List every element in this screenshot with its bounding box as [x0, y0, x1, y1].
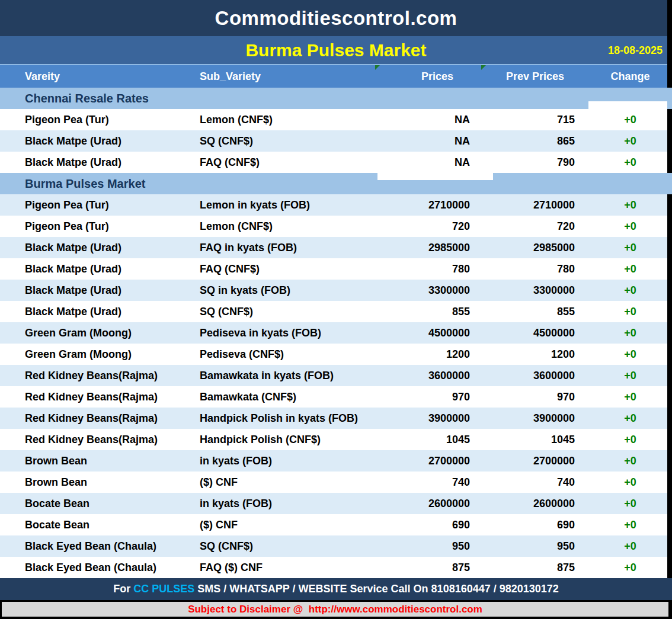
variety-cell: Black Matpe (Urad): [0, 284, 196, 297]
prev-price-cell: 2710000: [481, 199, 588, 211]
price-cell: 690: [376, 519, 481, 531]
variety-cell: Black Matpe (Urad): [0, 263, 196, 275]
subvariety-cell: Lemon in kyats (FOB): [196, 199, 376, 211]
service-text-rest: SMS / WHATSAPP / WEBSITE Service Call On…: [194, 583, 559, 595]
price-cell: 970: [376, 391, 481, 403]
price-cell: 740: [376, 476, 481, 489]
variety-cell: Black Eyed Bean (Chaula): [0, 562, 196, 574]
table-row: Black Eyed Bean (Chaula)FAQ ($) CNF87587…: [0, 557, 672, 578]
variety-cell: Brown Bean: [0, 476, 196, 489]
service-footer: For CC PULSES SMS / WHATSAPP / WEBSITE S…: [0, 578, 672, 600]
prev-price-cell: 780: [481, 263, 588, 275]
prev-price-cell: 715: [481, 114, 588, 126]
change-cell: +0: [588, 540, 672, 553]
subvariety-cell: Lemon (CNF$): [196, 114, 376, 126]
change-cell: +0: [588, 348, 672, 361]
subvariety-cell: SQ (CNF$): [196, 306, 376, 318]
table-row: Black Matpe (Urad)FAQ in kyats (FOB)2985…: [0, 237, 672, 258]
change-cell: +0: [588, 156, 672, 169]
table-row: Black Matpe (Urad)SQ in kyats (FOB)33000…: [0, 280, 672, 301]
variety-cell: Red Kidney Beans(Rajma): [0, 391, 196, 403]
subvariety-cell: in kyats (FOB): [196, 455, 376, 467]
prev-price-cell: 2985000: [481, 242, 588, 254]
table-row: Black Matpe (Urad)FAQ (CNF$)NA790+0: [0, 152, 672, 173]
change-cell: +0: [588, 220, 672, 233]
subvariety-cell: Pediseva in kyats (FOB): [196, 327, 376, 339]
prev-price-cell: 740: [481, 476, 588, 489]
table-row: Black Matpe (Urad)SQ (CNF$)NA865+0: [0, 130, 672, 152]
price-cell: NA: [376, 156, 481, 169]
prev-price-cell: 875: [481, 562, 588, 574]
price-cell: 875: [376, 562, 481, 574]
table-row: Green Gram (Moong)Pediseva (CNF$)1200120…: [0, 344, 672, 365]
prev-price-cell: 3900000: [481, 412, 588, 425]
table-row: Brown Beanin kyats (FOB)27000002700000+0: [0, 450, 672, 472]
site-title: Commoditiescontrol.com: [215, 7, 457, 30]
subvariety-cell: FAQ (CNF$): [196, 263, 376, 275]
disclaimer-line: Subject to Disclaimer @ http://www.commo…: [2, 602, 668, 617]
subvariety-cell: ($) CNF: [196, 476, 376, 489]
price-cell: 3300000: [376, 284, 481, 297]
prev-price-cell: 2600000: [481, 498, 588, 510]
variety-cell: Green Gram (Moong): [0, 348, 196, 361]
prev-price-cell: 4500000: [481, 327, 588, 339]
subvariety-cell: in kyats (FOB): [196, 498, 376, 510]
subvariety-cell: Lemon (CNF$): [196, 220, 376, 233]
disclaimer-text: Subject to Disclaimer @: [188, 604, 309, 615]
column-header-prices: Prices: [376, 70, 481, 83]
price-cell: 720: [376, 220, 481, 233]
comment-marker-icon: [375, 65, 380, 70]
change-cell: +0: [588, 263, 672, 275]
cell-gap-artifact: [588, 101, 667, 109]
subvariety-cell: Bamawkata (CNF$): [196, 391, 376, 403]
prev-price-cell: 3600000: [481, 370, 588, 382]
change-cell: +0: [588, 391, 672, 403]
variety-cell: Black Matpe (Urad): [0, 306, 196, 318]
prev-price-cell: 865: [481, 135, 588, 147]
variety-cell: Bocate Bean: [0, 519, 196, 531]
table-row: Black Matpe (Urad)SQ (CNF$)855855+0: [0, 301, 672, 322]
subvariety-cell: Handpick Polish (CNF$): [196, 434, 376, 446]
variety-cell: Red Kidney Beans(Rajma): [0, 370, 196, 382]
section-header-row: Chennai Resale Rates: [0, 88, 672, 109]
change-cell: +0: [588, 519, 672, 531]
table-row: Pigeon Pea (Tur)Lemon in kyats (FOB)2710…: [0, 194, 672, 216]
prev-price-cell: 2700000: [481, 455, 588, 467]
prev-price-cell: 855: [481, 306, 588, 318]
table-row: Bocate Beanin kyats (FOB)26000002600000+…: [0, 493, 672, 514]
subvariety-cell: Handpick Polish in kyats (FOB): [196, 412, 376, 425]
change-cell: +0: [588, 434, 672, 446]
table-row: Pigeon Pea (Tur)Lemon (CNF$)720720+0: [0, 216, 672, 237]
price-cell: 2700000: [376, 455, 481, 467]
change-cell: +0: [588, 327, 672, 339]
price-cell: 2600000: [376, 498, 481, 510]
subvariety-cell: FAQ in kyats (FOB): [196, 242, 376, 254]
variety-cell: Green Gram (Moong): [0, 327, 196, 339]
prev-price-cell: 720: [481, 220, 588, 233]
disclaimer-link[interactable]: http://www.commoditiescontrol.com: [309, 604, 482, 615]
report-title-bar: Burma Pulses Market 18-08-2025: [0, 36, 672, 65]
table-row: Red Kidney Beans(Rajma)Bamawkata (CNF$)9…: [0, 386, 672, 408]
section-title: Burma Pulses Market: [25, 177, 145, 191]
section-header-row: Burma Pulses Market: [0, 173, 672, 194]
table-row: Red Kidney Beans(Rajma)Handpick Polish i…: [0, 408, 672, 429]
price-cell: 4500000: [376, 327, 481, 339]
subvariety-cell: SQ in kyats (FOB): [196, 284, 376, 297]
variety-cell: Black Matpe (Urad): [0, 156, 196, 169]
prev-price-cell: 1045: [481, 434, 588, 446]
variety-cell: Red Kidney Beans(Rajma): [0, 434, 196, 446]
change-cell: +0: [588, 562, 672, 574]
price-cell: 3600000: [376, 370, 481, 382]
column-header-prev-prices: Prev Prices: [481, 70, 588, 83]
subvariety-cell: Pediseva (CNF$): [196, 348, 376, 361]
variety-cell: Bocate Bean: [0, 498, 196, 510]
variety-cell: Pigeon Pea (Tur): [0, 199, 196, 211]
change-cell: +0: [588, 455, 672, 467]
table-row: Brown Bean($) CNF740740+0: [0, 472, 672, 493]
price-cell: 855: [376, 306, 481, 318]
table-row: Pigeon Pea (Tur)Lemon (CNF$)NA715+0: [0, 109, 672, 130]
column-header-subvariety: Sub_Variety: [196, 70, 376, 83]
column-header-variety: Vareity: [0, 70, 196, 83]
variety-cell: Red Kidney Beans(Rajma): [0, 412, 196, 425]
change-cell: +0: [588, 498, 672, 510]
